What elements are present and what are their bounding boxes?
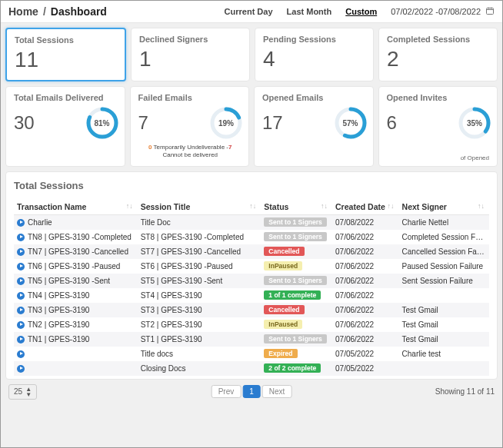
card-total-sessions[interactable]: Total Sessions 11	[5, 28, 126, 81]
status-badge: InPaused	[264, 320, 302, 329]
play-icon[interactable]	[17, 292, 25, 300]
status-badge: Expired	[264, 349, 297, 358]
card-title: Declined Signers	[139, 35, 243, 44]
status-badge: 2 of 2 complete	[264, 363, 321, 373]
range-last-month[interactable]: Last Month	[287, 7, 332, 16]
status-badge: Cancelled	[264, 305, 304, 314]
card-value: 2	[387, 48, 491, 70]
card-title: Total Sessions	[15, 35, 118, 45]
showing-text: Showing 11 of 11	[435, 387, 495, 396]
col-signer[interactable]: Next Signer↑↓	[399, 199, 489, 215]
table-row[interactable]: Title docsExpired07/05/2022Charlie test	[14, 347, 489, 361]
status-badge: Sent to 1 Signers	[264, 276, 326, 285]
card-pending-sessions[interactable]: Pending Sessions 4	[255, 28, 374, 81]
col-created[interactable]: Created Date↑↓	[332, 199, 399, 215]
card-value: 1	[139, 48, 243, 70]
card-value: 7	[138, 114, 148, 132]
table-row[interactable]: TN7 | GPES-3190 -CancelledST7 | GPES-319…	[14, 244, 489, 259]
page-1-button[interactable]: 1	[242, 385, 261, 398]
next-button[interactable]: Next	[262, 385, 292, 398]
sessions-table: Transaction Name↑↓ Session Title↑↓ Statu…	[14, 199, 489, 376]
failed-footer: 0 Temporarily Undeliverable -7 Cannot be…	[138, 144, 243, 160]
date-range-text: 07/02/2022 -07/08/2022	[391, 7, 481, 16]
card-title: Completed Sessions	[387, 35, 491, 44]
card-value: 17	[262, 114, 283, 132]
card-completed-sessions[interactable]: Completed Sessions 2	[378, 28, 498, 81]
col-status[interactable]: Status↑↓	[261, 199, 332, 215]
invites-footer: of Opened	[461, 154, 489, 161]
card-opened-invites[interactable]: Opened Invites 6 35% of Opened	[378, 86, 498, 167]
table-row[interactable]: TN6 | GPES-3190 -PausedST6 | GPES-3190 -…	[14, 259, 489, 274]
breadcrumb-current: Dashboard	[51, 5, 107, 18]
sort-icon[interactable]: ↑↓	[478, 202, 485, 210]
table-footer: 25 ▲▼ Prev 1 Next Showing 11 of 11	[8, 384, 495, 400]
breadcrumb-separator: /	[43, 5, 46, 18]
status-badge: 1 of 1 complete	[264, 290, 321, 300]
sort-icon[interactable]: ↑↓	[321, 202, 328, 210]
header-bar: Home / Dashboard Current Day Last Month …	[1, 1, 502, 23]
play-icon[interactable]	[17, 248, 25, 256]
play-icon[interactable]	[17, 219, 25, 227]
date-range-tabs: Current Day Last Month Custom 07/02/2022…	[225, 6, 495, 17]
calendar-icon[interactable]	[485, 6, 495, 17]
donut-emails-delivered: 81%	[86, 107, 118, 139]
page-size-select[interactable]: 25 ▲▼	[8, 384, 37, 400]
card-title: Opened Invites	[387, 93, 491, 102]
col-session[interactable]: Session Title↑↓	[138, 199, 261, 215]
donut-opened-emails: 57%	[335, 107, 367, 139]
sort-icon[interactable]: ↑↓	[388, 202, 395, 210]
card-title: Pending Sessions	[263, 35, 367, 44]
table-row[interactable]: Closing Docs2 of 2 complete07/05/2022	[14, 361, 489, 376]
card-title: Opened Emails	[262, 93, 367, 102]
play-icon[interactable]	[17, 234, 25, 241]
col-transaction[interactable]: Transaction Name↑↓	[14, 199, 138, 215]
play-icon[interactable]	[17, 365, 25, 373]
kpi-cards: Total Sessions 11 Declined Signers 1 Pen…	[1, 23, 502, 167]
date-range-display[interactable]: 07/02/2022 -07/08/2022	[391, 6, 495, 17]
sort-icon[interactable]: ↑↓	[249, 202, 256, 210]
breadcrumb-home[interactable]: Home	[8, 5, 38, 18]
range-current-day[interactable]: Current Day	[225, 7, 273, 16]
card-value: 11	[15, 49, 118, 71]
sort-icon[interactable]: ↑↓	[126, 202, 133, 210]
donut-pct: 35%	[458, 107, 491, 139]
donut-opened-invites: 35%	[458, 107, 491, 139]
card-emails-delivered[interactable]: Total Emails Delivered 30 81%	[5, 86, 125, 167]
donut-pct: 81%	[86, 107, 118, 139]
donut-pct: 19%	[210, 107, 242, 139]
play-icon[interactable]	[17, 277, 25, 285]
svg-rect-0	[487, 8, 494, 15]
pager: Prev 1 Next	[212, 385, 292, 398]
table-row[interactable]: TN4 | GPES-3190ST4 | GPES-31901 of 1 com…	[14, 288, 489, 303]
status-badge: Sent to 1 Signers	[264, 217, 326, 227]
range-custom[interactable]: Custom	[345, 7, 377, 16]
stepper-icon: ▲▼	[25, 387, 32, 397]
table-row[interactable]: TN2 | GPES-3190ST2 | GPES-3190InPaused07…	[14, 317, 489, 332]
sessions-table-section: Total Sessions Transaction Name↑↓ Sessio…	[5, 171, 498, 380]
donut-failed-emails: 19%	[210, 107, 242, 139]
status-badge: InPaused	[264, 261, 302, 270]
play-icon[interactable]	[17, 350, 25, 358]
card-declined-signers[interactable]: Declined Signers 1	[131, 28, 250, 81]
table-row[interactable]: TN5 | GPES-3190 -SentST5 | GPES-3190 -Se…	[14, 274, 489, 288]
card-title: Total Emails Delivered	[14, 93, 118, 102]
card-failed-emails[interactable]: Failed Emails 7 19% 0 Temporarily Undeli…	[130, 86, 250, 167]
status-badge: Cancelled	[264, 247, 304, 256]
play-icon[interactable]	[17, 263, 25, 270]
table-row[interactable]: TN3 | GPES-3190ST3 | GPES-3190Cancelled0…	[14, 303, 489, 317]
breadcrumb: Home / Dashboard	[8, 5, 107, 18]
play-icon[interactable]	[17, 336, 25, 343]
card-opened-emails[interactable]: Opened Emails 17 57%	[254, 86, 374, 167]
donut-pct: 57%	[335, 107, 367, 139]
table-row[interactable]: TN1 | GPES-3190ST1 | GPES-3190Sent to 1 …	[14, 332, 489, 347]
table-row[interactable]: TN8 | GPES-3190 -CompletedST8 | GPES-319…	[14, 230, 489, 244]
play-icon[interactable]	[17, 307, 25, 314]
card-title: Failed Emails	[138, 93, 243, 102]
prev-button[interactable]: Prev	[212, 385, 242, 398]
table-title: Total Sessions	[14, 180, 489, 191]
card-value: 30	[14, 114, 35, 132]
table-row[interactable]: CharlieTitle DocSent to 1 Signers07/08/2…	[14, 214, 489, 230]
play-icon[interactable]	[17, 321, 25, 329]
table-header-row: Transaction Name↑↓ Session Title↑↓ Statu…	[14, 199, 489, 215]
status-badge: Sent to 1 Signers	[264, 334, 326, 343]
